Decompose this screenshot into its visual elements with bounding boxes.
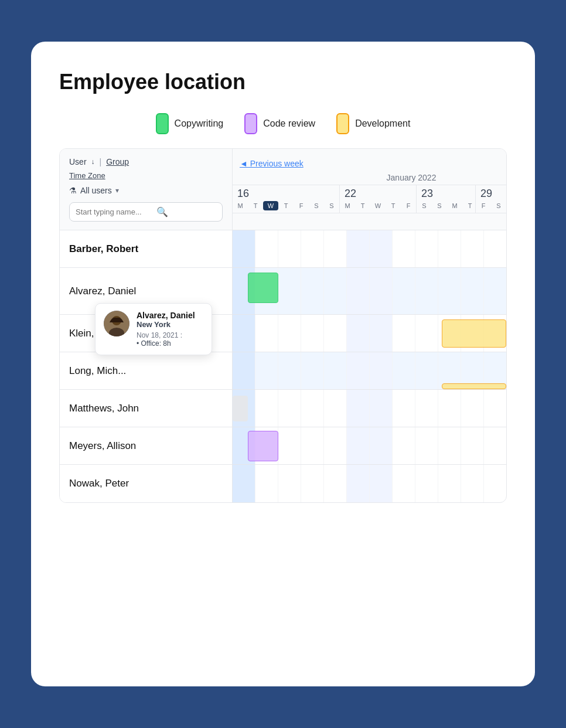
tooltip-avatar xyxy=(104,311,129,336)
cal-day-col xyxy=(301,230,324,267)
filter-icon: ⚗ xyxy=(69,186,77,195)
event-bar-gray[interactable] xyxy=(233,396,248,421)
sort-icon[interactable]: ↓ xyxy=(91,158,95,166)
cal-day-col xyxy=(324,427,347,464)
copywriting-icon xyxy=(156,113,169,134)
development-icon xyxy=(336,113,349,134)
cal-day-col xyxy=(255,352,278,389)
event-bar-green[interactable] xyxy=(248,273,278,303)
day-F29: F xyxy=(476,201,491,210)
cal-day-col xyxy=(461,427,484,464)
user-label: User xyxy=(69,157,87,166)
day-T22: T xyxy=(355,201,370,210)
page-title: Employee location xyxy=(59,70,507,94)
cal-day-col xyxy=(324,390,347,427)
employee-name: Barber, Robert xyxy=(60,230,233,267)
day-S29b: S xyxy=(506,201,507,210)
cal-day-col xyxy=(255,315,278,352)
cal-day-col xyxy=(370,352,393,389)
cal-day-col xyxy=(233,315,255,352)
cal-day-col xyxy=(370,230,393,267)
day-S23: S xyxy=(417,201,432,210)
day-T2: T xyxy=(278,201,294,210)
cal-day-col xyxy=(370,268,393,314)
cal-grid xyxy=(233,390,506,427)
emp-calendar xyxy=(233,390,506,427)
employee-rows: Barber, Robert xyxy=(60,230,506,502)
cal-day-col xyxy=(255,230,278,267)
legend-item-code-review: Code review xyxy=(244,113,315,134)
cal-day-col xyxy=(255,465,278,502)
cal-day-col xyxy=(393,390,415,427)
cal-day-col xyxy=(278,315,301,352)
timezone-link[interactable]: Time Zone xyxy=(69,171,223,180)
main-table: User ↓ | Group Time Zone ⚗ All users ▾ 🔍 xyxy=(59,148,507,503)
emp-calendar xyxy=(233,268,506,314)
group-link[interactable]: Group xyxy=(106,157,129,166)
search-box[interactable]: 🔍 xyxy=(69,202,223,222)
table-row: Barber, Robert xyxy=(60,230,506,268)
tooltip-employee-name: Alvarez, Daniel xyxy=(137,311,203,320)
cal-day-col xyxy=(461,465,484,502)
cal-day-col xyxy=(484,427,506,464)
filter-label[interactable]: All users xyxy=(80,186,112,195)
cal-day-col xyxy=(347,268,370,314)
cal-day-col xyxy=(438,230,461,267)
cal-day-col xyxy=(484,230,506,267)
week-block-29: 29 F S S M xyxy=(476,185,507,213)
prev-week-button[interactable]: ◄ Previous week xyxy=(240,159,304,168)
code-review-icon xyxy=(244,113,257,134)
cal-day-col xyxy=(415,230,438,267)
cal-day-col xyxy=(461,390,484,427)
search-icon: 🔍 xyxy=(156,206,168,217)
cal-day-col xyxy=(370,315,393,352)
chevron-down-icon[interactable]: ▾ xyxy=(115,186,119,195)
cal-day-col xyxy=(324,352,347,389)
cal-day-col xyxy=(233,352,255,389)
table-header: User ↓ | Group Time Zone ⚗ All users ▾ 🔍 xyxy=(60,149,506,230)
day-F22: F xyxy=(401,201,416,210)
nav-from-row: ◄ Previous week From xyxy=(233,157,507,169)
table-row: Nowak, Peter xyxy=(60,465,506,502)
cal-day-col xyxy=(278,427,301,464)
search-input[interactable] xyxy=(76,207,152,216)
emp-calendar xyxy=(233,315,506,352)
user-group-row: User ↓ | Group xyxy=(69,157,223,166)
day-S23b: S xyxy=(432,201,447,210)
emp-calendar xyxy=(233,352,506,389)
event-bar-purple[interactable] xyxy=(248,431,278,461)
cal-day-col xyxy=(324,465,347,502)
days-row-22: M T W T F xyxy=(340,201,416,210)
event-bar-yellow-bottom[interactable] xyxy=(442,383,506,389)
cal-day-col xyxy=(393,427,415,464)
week-num-22: 22 xyxy=(340,188,359,200)
day-W-today: W xyxy=(263,201,278,210)
day-T: T xyxy=(248,201,263,210)
cal-day-col xyxy=(484,465,506,502)
cal-day-col xyxy=(347,465,370,502)
week-block-23: 23 S S M T xyxy=(417,185,475,213)
event-bar-yellow[interactable] xyxy=(442,319,506,348)
day-M23: M xyxy=(447,201,462,210)
employee-tooltip: Alvarez, Daniel New York Nov 18, 2021 : … xyxy=(95,303,212,355)
cal-day-col xyxy=(415,390,438,427)
week-block-22: 22 M T W T F xyxy=(340,185,416,213)
cal-day-col xyxy=(301,315,324,352)
cal-grid xyxy=(233,230,506,267)
legend: Copywriting Code review Development xyxy=(59,113,507,134)
cal-day-col xyxy=(370,390,393,427)
cal-day-col xyxy=(393,268,415,314)
week-num-16: 16 xyxy=(233,188,251,200)
cal-day-col xyxy=(484,390,506,427)
cal-day-col xyxy=(438,427,461,464)
cal-day-col xyxy=(347,427,370,464)
cal-day-col xyxy=(278,230,301,267)
cal-day-col xyxy=(461,230,484,267)
employee-name: Long, Mich... xyxy=(60,352,233,389)
filter-row: ⚗ All users ▾ xyxy=(69,186,223,195)
employee-name: Nowak, Peter xyxy=(60,465,233,502)
calendar-header: ◄ Previous week From January 2022 16 M T… xyxy=(233,149,507,230)
table-row: Matthews, John xyxy=(60,390,506,427)
cal-day-col xyxy=(347,230,370,267)
cal-day-col xyxy=(255,390,278,427)
